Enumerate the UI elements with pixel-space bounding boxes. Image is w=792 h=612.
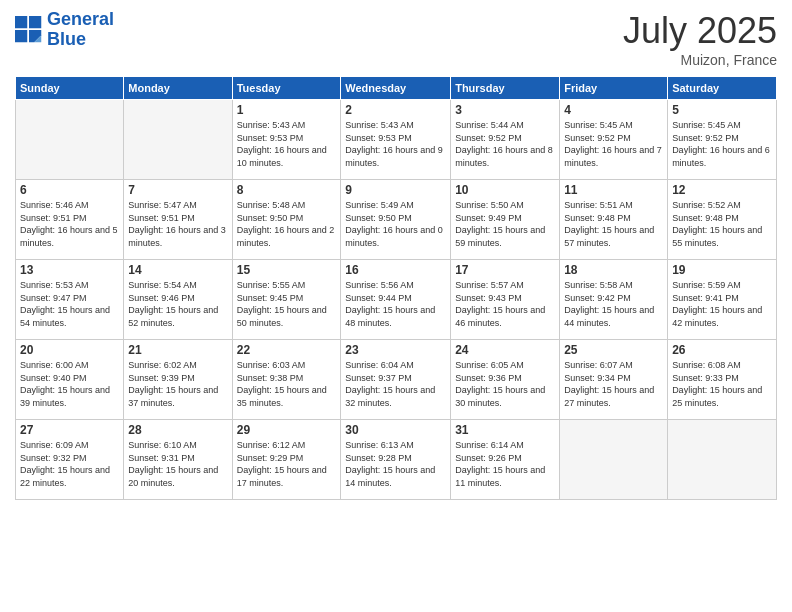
day-number: 14 — [128, 263, 227, 277]
calendar-cell: 12Sunrise: 5:52 AMSunset: 9:48 PMDayligh… — [668, 180, 777, 260]
calendar-cell: 14Sunrise: 5:54 AMSunset: 9:46 PMDayligh… — [124, 260, 232, 340]
calendar-cell: 23Sunrise: 6:04 AMSunset: 9:37 PMDayligh… — [341, 340, 451, 420]
day-info: Sunrise: 5:46 AMSunset: 9:51 PMDaylight:… — [20, 199, 119, 249]
day-number: 13 — [20, 263, 119, 277]
day-info: Sunrise: 6:03 AMSunset: 9:38 PMDaylight:… — [237, 359, 337, 409]
calendar-cell: 22Sunrise: 6:03 AMSunset: 9:38 PMDayligh… — [232, 340, 341, 420]
day-number: 22 — [237, 343, 337, 357]
day-number: 27 — [20, 423, 119, 437]
calendar: Sunday Monday Tuesday Wednesday Thursday… — [15, 76, 777, 500]
day-number: 7 — [128, 183, 227, 197]
day-info: Sunrise: 5:49 AMSunset: 9:50 PMDaylight:… — [345, 199, 446, 249]
calendar-cell: 27Sunrise: 6:09 AMSunset: 9:32 PMDayligh… — [16, 420, 124, 500]
calendar-cell: 21Sunrise: 6:02 AMSunset: 9:39 PMDayligh… — [124, 340, 232, 420]
calendar-cell: 25Sunrise: 6:07 AMSunset: 9:34 PMDayligh… — [560, 340, 668, 420]
day-number: 29 — [237, 423, 337, 437]
day-info: Sunrise: 5:54 AMSunset: 9:46 PMDaylight:… — [128, 279, 227, 329]
day-info: Sunrise: 5:48 AMSunset: 9:50 PMDaylight:… — [237, 199, 337, 249]
day-info: Sunrise: 6:08 AMSunset: 9:33 PMDaylight:… — [672, 359, 772, 409]
day-info: Sunrise: 6:14 AMSunset: 9:26 PMDaylight:… — [455, 439, 555, 489]
day-number: 16 — [345, 263, 446, 277]
day-info: Sunrise: 6:00 AMSunset: 9:40 PMDaylight:… — [20, 359, 119, 409]
day-info: Sunrise: 5:51 AMSunset: 9:48 PMDaylight:… — [564, 199, 663, 249]
logo-icon — [15, 16, 43, 44]
day-info: Sunrise: 6:12 AMSunset: 9:29 PMDaylight:… — [237, 439, 337, 489]
header: General Blue July 2025 Muizon, France — [15, 10, 777, 68]
calendar-cell: 26Sunrise: 6:08 AMSunset: 9:33 PMDayligh… — [668, 340, 777, 420]
day-number: 12 — [672, 183, 772, 197]
calendar-cell — [560, 420, 668, 500]
calendar-cell: 28Sunrise: 6:10 AMSunset: 9:31 PMDayligh… — [124, 420, 232, 500]
day-number: 30 — [345, 423, 446, 437]
svg-rect-2 — [15, 30, 27, 42]
page: General Blue July 2025 Muizon, France Su… — [0, 0, 792, 612]
day-number: 28 — [128, 423, 227, 437]
calendar-cell: 3Sunrise: 5:44 AMSunset: 9:52 PMDaylight… — [451, 100, 560, 180]
calendar-cell: 18Sunrise: 5:58 AMSunset: 9:42 PMDayligh… — [560, 260, 668, 340]
day-number: 20 — [20, 343, 119, 357]
calendar-cell: 30Sunrise: 6:13 AMSunset: 9:28 PMDayligh… — [341, 420, 451, 500]
day-number: 19 — [672, 263, 772, 277]
calendar-cell — [124, 100, 232, 180]
day-info: Sunrise: 5:59 AMSunset: 9:41 PMDaylight:… — [672, 279, 772, 329]
header-row: Sunday Monday Tuesday Wednesday Thursday… — [16, 77, 777, 100]
day-number: 25 — [564, 343, 663, 357]
calendar-week-3: 13Sunrise: 5:53 AMSunset: 9:47 PMDayligh… — [16, 260, 777, 340]
day-info: Sunrise: 5:55 AMSunset: 9:45 PMDaylight:… — [237, 279, 337, 329]
day-number: 6 — [20, 183, 119, 197]
day-info: Sunrise: 5:43 AMSunset: 9:53 PMDaylight:… — [345, 119, 446, 169]
day-number: 31 — [455, 423, 555, 437]
calendar-cell: 19Sunrise: 5:59 AMSunset: 9:41 PMDayligh… — [668, 260, 777, 340]
svg-rect-1 — [29, 16, 41, 28]
day-info: Sunrise: 5:44 AMSunset: 9:52 PMDaylight:… — [455, 119, 555, 169]
day-info: Sunrise: 5:45 AMSunset: 9:52 PMDaylight:… — [564, 119, 663, 169]
day-info: Sunrise: 6:07 AMSunset: 9:34 PMDaylight:… — [564, 359, 663, 409]
day-info: Sunrise: 6:02 AMSunset: 9:39 PMDaylight:… — [128, 359, 227, 409]
calendar-cell: 17Sunrise: 5:57 AMSunset: 9:43 PMDayligh… — [451, 260, 560, 340]
day-number: 8 — [237, 183, 337, 197]
day-number: 5 — [672, 103, 772, 117]
col-monday: Monday — [124, 77, 232, 100]
day-info: Sunrise: 5:57 AMSunset: 9:43 PMDaylight:… — [455, 279, 555, 329]
day-info: Sunrise: 5:56 AMSunset: 9:44 PMDaylight:… — [345, 279, 446, 329]
calendar-cell: 4Sunrise: 5:45 AMSunset: 9:52 PMDaylight… — [560, 100, 668, 180]
day-number: 11 — [564, 183, 663, 197]
col-thursday: Thursday — [451, 77, 560, 100]
day-info: Sunrise: 5:50 AMSunset: 9:49 PMDaylight:… — [455, 199, 555, 249]
calendar-cell: 2Sunrise: 5:43 AMSunset: 9:53 PMDaylight… — [341, 100, 451, 180]
calendar-cell: 15Sunrise: 5:55 AMSunset: 9:45 PMDayligh… — [232, 260, 341, 340]
logo-text: General Blue — [47, 10, 114, 50]
calendar-cell: 11Sunrise: 5:51 AMSunset: 9:48 PMDayligh… — [560, 180, 668, 260]
calendar-cell: 8Sunrise: 5:48 AMSunset: 9:50 PMDaylight… — [232, 180, 341, 260]
day-number: 10 — [455, 183, 555, 197]
day-number: 17 — [455, 263, 555, 277]
calendar-week-4: 20Sunrise: 6:00 AMSunset: 9:40 PMDayligh… — [16, 340, 777, 420]
col-saturday: Saturday — [668, 77, 777, 100]
day-info: Sunrise: 5:45 AMSunset: 9:52 PMDaylight:… — [672, 119, 772, 169]
day-info: Sunrise: 5:47 AMSunset: 9:51 PMDaylight:… — [128, 199, 227, 249]
calendar-week-5: 27Sunrise: 6:09 AMSunset: 9:32 PMDayligh… — [16, 420, 777, 500]
day-number: 4 — [564, 103, 663, 117]
calendar-week-2: 6Sunrise: 5:46 AMSunset: 9:51 PMDaylight… — [16, 180, 777, 260]
day-info: Sunrise: 6:04 AMSunset: 9:37 PMDaylight:… — [345, 359, 446, 409]
day-info: Sunrise: 6:09 AMSunset: 9:32 PMDaylight:… — [20, 439, 119, 489]
calendar-cell: 7Sunrise: 5:47 AMSunset: 9:51 PMDaylight… — [124, 180, 232, 260]
calendar-cell: 24Sunrise: 6:05 AMSunset: 9:36 PMDayligh… — [451, 340, 560, 420]
col-friday: Friday — [560, 77, 668, 100]
day-info: Sunrise: 6:13 AMSunset: 9:28 PMDaylight:… — [345, 439, 446, 489]
logo-general: General — [47, 9, 114, 29]
day-number: 15 — [237, 263, 337, 277]
day-number: 24 — [455, 343, 555, 357]
day-number: 21 — [128, 343, 227, 357]
calendar-cell: 13Sunrise: 5:53 AMSunset: 9:47 PMDayligh… — [16, 260, 124, 340]
calendar-cell: 9Sunrise: 5:49 AMSunset: 9:50 PMDaylight… — [341, 180, 451, 260]
day-number: 26 — [672, 343, 772, 357]
svg-rect-0 — [15, 16, 27, 28]
day-number: 23 — [345, 343, 446, 357]
logo: General Blue — [15, 10, 114, 50]
day-info: Sunrise: 5:53 AMSunset: 9:47 PMDaylight:… — [20, 279, 119, 329]
day-number: 3 — [455, 103, 555, 117]
logo-blue: Blue — [47, 29, 86, 49]
col-wednesday: Wednesday — [341, 77, 451, 100]
col-tuesday: Tuesday — [232, 77, 341, 100]
